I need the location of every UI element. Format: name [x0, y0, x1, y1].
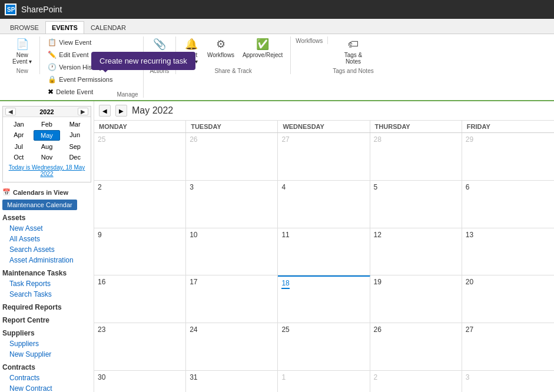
- cal-cell-11[interactable]: 11: [278, 228, 370, 275]
- event-permissions-button[interactable]: 🔒 Event Permissions: [45, 74, 115, 85]
- cal-cell-31[interactable]: 31: [186, 371, 278, 392]
- mini-cal-months: Jan Feb Mar Apr May Jun Jul Aug Sep Oct …: [5, 119, 88, 162]
- sidebar-item-suppliers[interactable]: Suppliers: [2, 338, 91, 349]
- cal-cell-2-jun[interactable]: 2: [370, 371, 462, 392]
- cal-cell-27-apr[interactable]: 27: [278, 133, 370, 180]
- cal-cell-9[interactable]: 9: [94, 228, 186, 275]
- mini-cal-month-apr[interactable]: Apr: [5, 130, 32, 141]
- tags-notes-button[interactable]: 🏷 Tags &Notes: [341, 36, 366, 67]
- cal-cell-26[interactable]: 26: [370, 323, 462, 370]
- sidebar-item-asset-admin[interactable]: Asset Administration: [2, 255, 91, 265]
- approve-reject-icon: ✅: [256, 38, 269, 51]
- sidebar-item-new-asset[interactable]: New Asset: [2, 223, 91, 234]
- ribbon-bar: Create new recurring task 📄 NewEvent ▾ N…: [0, 34, 554, 101]
- cal-cell-3[interactable]: 3: [186, 181, 278, 228]
- cal-day-headers: MONDAY TUESDAY WEDNESDAY THURSDAY FRIDAY: [94, 121, 554, 133]
- sharepoint-logo: SP: [5, 4, 16, 15]
- nav-title-report-centre: Report Centre: [2, 313, 91, 325]
- sidebar-item-new-supplier[interactable]: New Supplier: [2, 349, 91, 360]
- cal-cell-6[interactable]: 6: [462, 181, 554, 228]
- new-event-button[interactable]: 📄 NewEvent ▾: [9, 36, 35, 67]
- mini-cal-header: ◀ 2022 ▶: [3, 107, 91, 117]
- cal-cell-12[interactable]: 12: [370, 228, 462, 275]
- event-permissions-icon: 🔒: [48, 75, 57, 84]
- view-event-icon: 📋: [48, 38, 57, 46]
- sidebar-item-all-assets[interactable]: All Assets: [2, 234, 91, 244]
- cal-cell-13[interactable]: 13: [462, 228, 554, 275]
- app-title: SharePoint: [21, 5, 62, 14]
- tooltip-bubble: Create new recurring task: [91, 52, 195, 70]
- cal-month-title: May 2022: [132, 105, 173, 116]
- cal-cell-26-apr[interactable]: 26: [186, 133, 278, 180]
- approve-reject-button[interactable]: ✅ Approve/Reject: [240, 36, 286, 67]
- calendar-icon: 📅: [2, 188, 11, 196]
- sidebar: ◀ 2022 ▶ Jan Feb Mar Apr May Jun Jul Aug…: [0, 101, 94, 392]
- mini-cal-month-mar[interactable]: Mar: [61, 119, 88, 129]
- calendar-main: ◀ ▶ May 2022 MONDAY TUESDAY WEDNESDAY TH…: [94, 101, 554, 392]
- mini-cal-month-nov[interactable]: Nov: [34, 152, 61, 162]
- mini-cal-prev[interactable]: ◀: [5, 108, 16, 115]
- cal-cell-5[interactable]: 5: [370, 181, 462, 228]
- delete-event-button[interactable]: ✖ Delete Event: [45, 86, 115, 98]
- workflows-icon: ⚙: [216, 38, 225, 51]
- sidebar-item-task-reports[interactable]: Task Reports: [2, 278, 91, 289]
- alert-me-icon: 🔔: [185, 38, 198, 51]
- cal-week-4: 16 17 18 19 20: [94, 275, 554, 323]
- mini-cal-month-feb[interactable]: Feb: [34, 119, 61, 129]
- maintenance-calendar-badge[interactable]: Maintenance Calendar: [2, 200, 77, 210]
- cal-week-2: 2 3 4 5 6: [94, 181, 554, 228]
- delete-event-icon: ✖: [48, 88, 54, 96]
- day-header-friday: FRIDAY: [462, 121, 554, 132]
- mini-cal-month-jul[interactable]: Jul: [5, 142, 32, 151]
- cal-cell-3-jun[interactable]: 3: [462, 371, 554, 392]
- cal-next-btn[interactable]: ▶: [115, 105, 127, 117]
- cal-cell-25[interactable]: 25: [278, 323, 370, 370]
- cal-cell-28-apr[interactable]: 28: [370, 133, 462, 180]
- calendars-in-view-section: 📅 Calendars in View Maintenance Calendar: [2, 187, 91, 210]
- cal-cell-1-jun[interactable]: 1 + Add: [278, 371, 370, 392]
- cal-cell-16[interactable]: 16: [94, 275, 186, 323]
- mini-cal-month-jan[interactable]: Jan: [5, 119, 32, 129]
- cal-week-6: 30 31 1 + Add 2 3: [94, 371, 554, 392]
- mini-cal-month-oct[interactable]: Oct: [5, 152, 32, 162]
- cal-cell-18[interactable]: 18: [278, 275, 370, 323]
- cal-prev-btn[interactable]: ◀: [99, 105, 111, 117]
- mini-cal-month-dec[interactable]: Dec: [61, 152, 88, 162]
- tab-calendar[interactable]: CALENDAR: [84, 21, 132, 34]
- cal-cell-25-apr[interactable]: 25: [94, 133, 186, 180]
- cal-week-1: 25 26 27 28 29: [94, 133, 554, 181]
- tags-notes-icon: 🏷: [348, 38, 359, 51]
- cal-cell-20[interactable]: 20: [462, 275, 554, 323]
- cal-cell-19[interactable]: 19: [370, 275, 462, 323]
- cal-cell-24[interactable]: 24: [186, 323, 278, 370]
- cal-cell-17[interactable]: 17: [186, 275, 278, 323]
- cal-cell-29-apr[interactable]: 29: [462, 133, 554, 180]
- cal-grid: MONDAY TUESDAY WEDNESDAY THURSDAY FRIDAY…: [94, 121, 554, 392]
- view-event-button[interactable]: 📋 View Event: [45, 36, 115, 48]
- mini-cal-next[interactable]: ▶: [78, 108, 88, 115]
- sidebar-item-contracts[interactable]: Contracts: [2, 373, 91, 383]
- mini-cal-month-sep[interactable]: Sep: [61, 142, 88, 151]
- mini-cal-month-may[interactable]: May: [34, 130, 61, 141]
- mini-cal-month-aug[interactable]: Aug: [34, 142, 61, 151]
- new-group-label: New: [16, 68, 28, 74]
- cal-cell-27[interactable]: 27: [462, 323, 554, 370]
- tab-browse[interactable]: BROWSE: [4, 21, 45, 34]
- workflows-button[interactable]: ⚙ Workflows: [204, 36, 237, 67]
- sidebar-item-search-tasks[interactable]: Search Tasks: [2, 289, 91, 300]
- mini-cal-month-jun[interactable]: Jun: [61, 130, 88, 141]
- cal-cell-2[interactable]: 2: [94, 181, 186, 228]
- cal-cell-10[interactable]: 10: [186, 228, 278, 275]
- sidebar-item-new-contract[interactable]: New Contract: [2, 383, 91, 392]
- ribbon-group-tags-notes: 🏷 Tags &Notes Tags and Notes: [328, 36, 379, 74]
- sidebar-item-search-assets[interactable]: Search Assets: [2, 244, 91, 255]
- cal-header: ◀ ▶ May 2022: [94, 101, 554, 121]
- manage-group-label: Manage: [117, 91, 138, 98]
- calendars-in-view-label: 📅 Calendars in View: [2, 187, 91, 197]
- mini-calendar: ◀ 2022 ▶ Jan Feb Mar Apr May Jun Jul Aug…: [2, 106, 91, 182]
- cal-cell-4[interactable]: 4: [278, 181, 370, 228]
- tab-events[interactable]: EVENTS: [45, 21, 84, 34]
- today-text[interactable]: Today is Wednesday, 18 May 2022: [5, 162, 88, 180]
- cal-cell-30[interactable]: 30: [94, 371, 186, 392]
- cal-cell-23[interactable]: 23: [94, 323, 186, 370]
